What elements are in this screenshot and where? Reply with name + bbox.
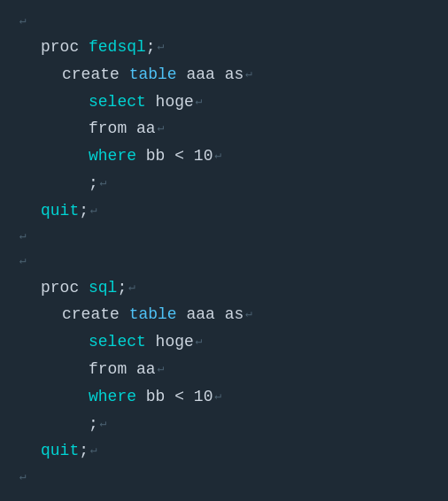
code-line: create table aaa as↵ <box>0 61 448 89</box>
code-line: from aa↵ <box>0 356 448 383</box>
code-token: hoge <box>146 89 194 115</box>
code-token: sql <box>89 275 117 301</box>
empty-line: ↵ <box>0 250 448 274</box>
newline-arrow: ↵ <box>90 202 97 220</box>
newline-arrow: ↵ <box>19 12 27 31</box>
code-token: ; <box>89 171 98 197</box>
code-line: proc sql;↵ <box>0 274 448 302</box>
code-token: from aa <box>89 357 156 382</box>
code-token: aaa as <box>177 62 244 88</box>
code-line: create table aaa as↵ <box>0 301 448 328</box>
code-line: ;↵ <box>0 170 448 197</box>
code-editor: ↵ proc fedsql;↵ create table aaa as↵ sel… <box>0 0 448 501</box>
newline-arrow: ↵ <box>19 468 27 487</box>
code-line: where bb < 10↵ <box>0 383 448 411</box>
empty-line: ↵ <box>0 465 448 489</box>
code-line: quit;↵ <box>0 437 448 465</box>
newline-arrow: ↵ <box>158 119 165 138</box>
code-line: quit;↵ <box>0 197 448 225</box>
code-token: ; <box>146 35 156 60</box>
code-token: aaa as <box>177 302 244 328</box>
newline-arrow: ↵ <box>158 360 165 379</box>
code-line: proc fedsql;↵ <box>0 34 448 61</box>
newline-arrow: ↵ <box>90 442 97 460</box>
code-token: ; <box>89 412 98 437</box>
code-token: bb < 10 <box>136 143 212 169</box>
code-line: select hoge↵ <box>0 328 448 356</box>
code-token: ; <box>79 198 89 224</box>
code-token: create <box>62 62 129 88</box>
code-token: fedsql <box>89 35 146 60</box>
newline-arrow: ↵ <box>100 174 107 193</box>
code-token: proc <box>41 275 89 301</box>
code-token: quit <box>41 438 79 464</box>
code-line: from aa↵ <box>0 115 448 143</box>
code-token: ; <box>117 275 127 301</box>
newline-arrow: ↵ <box>158 38 165 57</box>
newline-arrow: ↵ <box>19 252 27 271</box>
newline-arrow: ↵ <box>196 93 203 112</box>
code-line: select hoge↵ <box>0 89 448 116</box>
empty-line: ↵ <box>0 9 448 34</box>
code-token: proc <box>41 35 89 60</box>
code-token: bb < 10 <box>136 384 212 410</box>
code-line: where bb < 10↵ <box>0 143 448 170</box>
newline-arrow: ↵ <box>19 227 27 246</box>
code-line: ;↵ <box>0 411 448 438</box>
newline-arrow: ↵ <box>214 147 221 166</box>
code-token: table <box>129 302 177 328</box>
empty-line: ↵ <box>0 225 448 250</box>
code-token: select <box>89 329 146 355</box>
code-token: where <box>89 143 136 169</box>
newline-arrow: ↵ <box>214 388 221 406</box>
code-token: where <box>89 384 136 410</box>
code-token: table <box>129 62 177 88</box>
newline-arrow: ↵ <box>245 66 252 84</box>
code-token: from aa <box>89 116 156 142</box>
newline-arrow: ↵ <box>128 279 135 297</box>
code-token: quit <box>41 198 79 224</box>
newline-arrow: ↵ <box>245 305 252 324</box>
code-token: hoge <box>146 329 194 355</box>
code-token: ; <box>79 438 89 464</box>
code-token: create <box>62 302 129 328</box>
newline-arrow: ↵ <box>196 333 203 351</box>
newline-arrow: ↵ <box>100 415 107 434</box>
code-token: select <box>89 89 146 115</box>
